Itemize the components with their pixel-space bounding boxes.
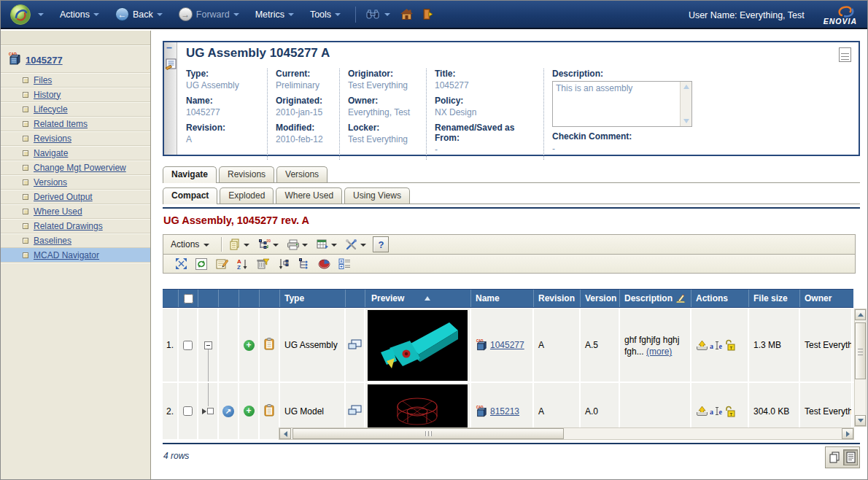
chevron-down-icon[interactable] bbox=[273, 244, 279, 247]
row-checkbox[interactable] bbox=[183, 341, 193, 350]
scroll-down-icon[interactable] bbox=[683, 119, 689, 123]
header-select-all[interactable] bbox=[179, 290, 198, 307]
edit-table-icon[interactable] bbox=[214, 256, 230, 272]
sidebar-item-label[interactable]: Versions bbox=[34, 177, 67, 187]
sidebar-item-derived-output[interactable]: Derived Output bbox=[1, 190, 150, 204]
sidebar-item-label[interactable]: Navigate bbox=[34, 148, 68, 158]
header-owner[interactable]: Owner bbox=[800, 290, 853, 307]
tab-compact[interactable]: Compact bbox=[163, 187, 217, 204]
sidebar-item-label[interactable]: Change Mgt Powerview bbox=[34, 163, 126, 173]
chevron-down-icon[interactable] bbox=[360, 244, 366, 247]
add-child-icon[interactable]: + bbox=[244, 406, 255, 417]
print-icon[interactable] bbox=[285, 236, 301, 252]
clipboard-icon[interactable] bbox=[264, 338, 274, 352]
sidebar-item-revisions[interactable]: Revisions bbox=[1, 131, 150, 146]
checkout-file-icon[interactable] bbox=[696, 406, 708, 417]
actions-menu-button[interactable]: Actions bbox=[163, 235, 217, 254]
notes-icon[interactable] bbox=[839, 47, 851, 62]
sidebar-item-label[interactable]: Related Items bbox=[34, 119, 88, 129]
chevron-down-icon[interactable] bbox=[331, 244, 337, 247]
chart-icon[interactable] bbox=[316, 256, 332, 272]
header-name[interactable]: Name bbox=[471, 290, 534, 307]
sidebar-item-label[interactable]: Files bbox=[34, 75, 52, 85]
header-preview[interactable]: Preview bbox=[365, 290, 471, 307]
tree-structure-icon[interactable] bbox=[295, 256, 311, 272]
sidebar-item-label[interactable]: MCAD Navigator bbox=[34, 250, 99, 260]
object-name-link[interactable]: 1045277 bbox=[490, 340, 524, 350]
logo-dropdown-arrow[interactable] bbox=[38, 13, 44, 16]
structure-export-icon[interactable]: 99 bbox=[256, 236, 272, 252]
scroll-up-button[interactable] bbox=[855, 309, 866, 320]
textarea-scrollbar[interactable] bbox=[680, 82, 691, 126]
sidebar-item-baselines[interactable]: Baselines bbox=[1, 233, 150, 248]
expand-level-icon[interactable] bbox=[275, 256, 291, 272]
clipboard-icon[interactable] bbox=[264, 404, 274, 419]
scroll-left-button[interactable] bbox=[279, 428, 291, 439]
multi-page-view-button[interactable] bbox=[827, 449, 842, 465]
sidebar-item-label[interactable]: Derived Output bbox=[34, 192, 93, 202]
table-horizontal-scrollbar[interactable] bbox=[279, 427, 854, 440]
description-textarea[interactable]: This is an assembly bbox=[553, 82, 680, 124]
menu-forward[interactable]: → Forward bbox=[179, 7, 239, 21]
add-child-icon[interactable]: + bbox=[244, 340, 255, 351]
tree-collapse-icon[interactable] bbox=[204, 341, 212, 349]
expand-all-icon[interactable] bbox=[173, 256, 189, 272]
sidebar-item-mcad-navigator[interactable]: MCAD Navigator bbox=[1, 248, 150, 263]
refresh-icon[interactable] bbox=[193, 256, 209, 272]
tab-exploded[interactable]: Exploded bbox=[220, 187, 274, 204]
remove-filter-icon[interactable] bbox=[255, 256, 271, 272]
logout-door-icon[interactable] bbox=[423, 9, 434, 20]
sidebar-item-files[interactable]: Files bbox=[1, 73, 150, 88]
collapse-panel-button[interactable]: – bbox=[166, 44, 175, 53]
sidebar-item-label[interactable]: Baselines bbox=[34, 236, 71, 246]
header-file-size[interactable]: File size bbox=[749, 290, 800, 307]
menu-metrics[interactable]: Metrics bbox=[255, 9, 294, 20]
scroll-down-button[interactable] bbox=[855, 415, 866, 426]
sort-az-icon[interactable]: AZ bbox=[234, 256, 250, 272]
sidebar-item-label[interactable]: Revisions bbox=[34, 133, 71, 144]
properties-icon[interactable] bbox=[165, 58, 177, 72]
scroll-up-icon[interactable] bbox=[683, 85, 689, 89]
unlock-icon[interactable]: T bbox=[725, 339, 735, 351]
sidebar-item-label[interactable]: Lifecycle bbox=[34, 104, 68, 115]
export-table-icon[interactable] bbox=[314, 236, 330, 252]
help-icon[interactable]: ? bbox=[373, 236, 389, 252]
rename-icon[interactable]: ae bbox=[710, 406, 724, 416]
description-more-link[interactable]: (more) bbox=[646, 347, 672, 357]
vertical-scroll-thumb[interactable] bbox=[855, 322, 866, 379]
single-page-view-button[interactable] bbox=[843, 449, 858, 465]
sidebar-item-related-items[interactable]: Related Items bbox=[1, 117, 150, 131]
tab-navigate[interactable]: Navigate bbox=[163, 166, 217, 183]
sidebar-item-related-drawings[interactable]: Related Drawings bbox=[1, 219, 150, 233]
sidebar-item-label[interactable]: Where Used bbox=[34, 206, 82, 217]
sidebar-item-lifecycle[interactable]: Lifecycle bbox=[1, 102, 150, 117]
menu-back[interactable]: ← Back bbox=[115, 7, 163, 21]
edit-description-icon[interactable] bbox=[676, 294, 686, 303]
header-actions[interactable]: Actions bbox=[691, 290, 749, 307]
table-vertical-scrollbar[interactable] bbox=[854, 309, 867, 427]
sidebar-item-label[interactable]: History bbox=[34, 90, 61, 100]
menu-tools[interactable]: Tools bbox=[310, 9, 341, 20]
tab-using-views[interactable]: Using Views bbox=[344, 187, 410, 204]
copy-icon[interactable] bbox=[227, 236, 243, 252]
sidebar-item-navigate[interactable]: Navigate bbox=[1, 146, 150, 160]
sidebar-root-item[interactable]: CAD 1045277 bbox=[1, 45, 150, 73]
tab-versions[interactable]: Versions bbox=[276, 166, 328, 182]
view-structure-icon[interactable] bbox=[348, 339, 362, 352]
checkout-file-icon[interactable] bbox=[696, 340, 708, 351]
header-description[interactable]: Description bbox=[620, 290, 691, 307]
horizontal-scroll-thumb[interactable] bbox=[292, 428, 564, 439]
chevron-down-icon[interactable] bbox=[302, 244, 308, 247]
home-icon[interactable] bbox=[400, 9, 413, 20]
tab-revisions[interactable]: Revisions bbox=[219, 166, 274, 182]
menu-actions[interactable]: Actions bbox=[60, 9, 99, 20]
header-revision[interactable]: Revision bbox=[534, 290, 581, 307]
rename-icon[interactable]: ae bbox=[710, 341, 724, 350]
select-all-checkbox[interactable] bbox=[184, 294, 193, 303]
expand-collapse-list-icon[interactable] bbox=[336, 256, 352, 272]
search-dropdown-arrow[interactable] bbox=[384, 13, 390, 16]
sidebar-item-history[interactable]: History bbox=[1, 88, 150, 102]
sidebar-item-label[interactable]: Related Drawings bbox=[34, 221, 103, 231]
sidebar-item-change-mgt-powerview[interactable]: Change Mgt Powerview bbox=[1, 160, 150, 175]
unlock-icon[interactable]: T bbox=[725, 406, 735, 417]
